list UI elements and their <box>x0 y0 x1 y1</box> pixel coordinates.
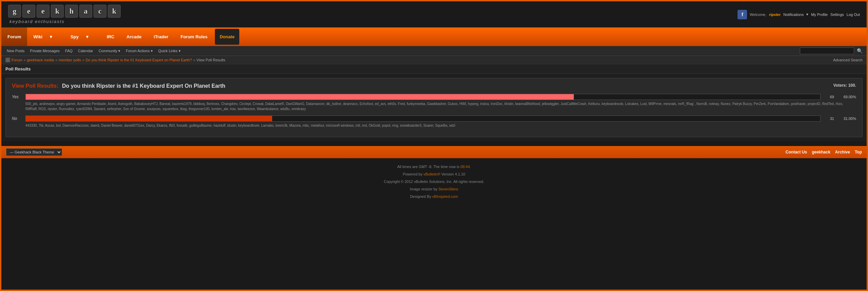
subnav-calendar[interactable]: Calendar <box>75 48 96 54</box>
logo-tile-k2: k <box>108 5 121 18</box>
bottom-links: Contact Us geekhack Archive Top <box>786 150 862 154</box>
footer-version: Version 4.1.10 <box>441 172 465 176</box>
footer-contact-us[interactable]: Contact Us <box>786 150 807 154</box>
notifications-link[interactable]: Notifications <box>783 13 804 17</box>
subnav-faq[interactable]: FAQ <box>62 48 75 54</box>
poll-box: Voters: 100. View Poll Results: Do you t… <box>5 78 863 137</box>
poll-bar-yes-container <box>25 94 821 100</box>
nav-donate[interactable]: Donate <box>215 29 239 45</box>
logo-subtitle: keyboard enthusiasts <box>9 19 65 24</box>
footer-powered: Powered by vBulletin® Version 4.1.10 <box>6 170 862 178</box>
logo-tile-k: k <box>51 5 64 18</box>
logout-link[interactable]: Log Out <box>847 13 860 17</box>
footer-designed-label: Designed By <box>410 194 431 199</box>
logo-tile-e2: e <box>37 5 49 18</box>
footer-copyright: Copyright © 2012 vBulletin Solutions, In… <box>6 178 862 185</box>
subnav-forum-actions[interactable]: Forum Actions ▾ <box>123 48 155 54</box>
poll-row-yes: Yes 69 69.00% 500_pts, andrewjov, angry … <box>12 94 856 111</box>
poll-title-text: Do you think Ripster is the #1 Keyboard … <box>62 83 225 89</box>
logo-tile-h: h <box>65 5 78 18</box>
poll-bar-yes <box>26 94 574 100</box>
poll-label-yes: Yes <box>12 95 22 99</box>
nav-spy[interactable]: Spy ▾ <box>64 27 101 46</box>
poll-percent-no: 31.00% <box>837 117 856 121</box>
logo-area: g e e k h a c k keyboard enthusiasts <box>8 5 121 24</box>
breadcrumb-member-polls[interactable]: member polls <box>59 58 81 62</box>
subnav-quick-links[interactable]: Quick Links ▾ <box>156 48 183 54</box>
main-nav: Forum Wiki ▾ Spy ▾ IRC Arcade iTrader Fo… <box>1 27 867 46</box>
username: ripster <box>769 13 781 17</box>
poll-voters-no: 443330, 7bt, Ascax, bol, DaemonRaccoon, … <box>25 123 856 128</box>
breadcrumb-sep1: » <box>24 58 26 62</box>
search-button[interactable]: 🔍 <box>855 47 864 54</box>
logo-tiles: g e e k h a c k <box>8 5 121 18</box>
bottom-bar: — Geekhack Black Theme Contact Us geekha… <box>1 146 867 158</box>
search-input[interactable] <box>800 47 854 54</box>
page-title: Poll Results <box>1 64 867 74</box>
footer-designed: Designed By vBInspired.com <box>6 193 862 200</box>
nav-wiki[interactable]: Wiki ▾ <box>27 27 64 46</box>
poll-option-no: No 31 31.00% <box>12 116 856 122</box>
wiki-arrow: ▾ <box>44 31 58 43</box>
footer-time-value: 08:44 <box>461 165 470 169</box>
sub-nav: New Posts Private Messages FAQ Calendar … <box>1 46 867 56</box>
voters-count: Voters: 100. <box>833 83 856 88</box>
theme-select-container: — Geekhack Black Theme <box>6 148 62 156</box>
advanced-search-link[interactable]: Advanced Search <box>833 58 863 62</box>
logo-tile-g: g <box>8 5 21 18</box>
nav-itrader[interactable]: iTrader <box>147 27 174 46</box>
logo-tile-a: a <box>79 5 92 18</box>
nav-irc[interactable]: IRC <box>101 27 120 46</box>
search-area: 🔍 <box>800 47 864 54</box>
site-header: g e e k h a c k keyboard enthusiasts f W… <box>1 1 867 27</box>
home-icon: ⌂ <box>5 58 10 62</box>
spy-arrow: ▾ <box>80 31 95 43</box>
nav-forum-rules[interactable]: Forum Rules <box>175 27 214 46</box>
poll-bar-no <box>26 116 272 121</box>
welcome-text: Welcome, <box>750 13 766 17</box>
facebook-icon[interactable]: f <box>738 10 747 19</box>
nav-arcade[interactable]: Arcade <box>120 27 147 46</box>
nav-forum[interactable]: Forum <box>1 27 27 46</box>
poll-bar-no-container <box>25 116 821 122</box>
footer-image-resizer: Image resizer by SevenSkins <box>6 185 862 193</box>
footer-geekhack[interactable]: geekhack <box>812 150 830 154</box>
poll-title-prefix: View Poll Results: <box>12 83 59 89</box>
breadcrumb-sep2: » <box>55 58 57 62</box>
subnav-private-messages[interactable]: Private Messages <box>27 48 62 54</box>
poll-voters-yes: 500_pts, andrewjov, angry gamer, Armando… <box>25 101 856 111</box>
settings-link[interactable]: Settings <box>830 13 844 17</box>
footer-vbinspired-link[interactable]: vBInspired.com <box>432 194 458 199</box>
breadcrumb-forum[interactable]: Forum <box>12 58 22 62</box>
subnav-community[interactable]: Community ▾ <box>96 48 123 54</box>
poll-row-no: No 31 31.00% 443330, 7bt, Ascax, bol, Da… <box>12 116 856 128</box>
my-profile-link[interactable]: My Profile <box>811 13 828 17</box>
footer-archive[interactable]: Archive <box>835 150 850 154</box>
footer-timezone: All times are GMT -8. The time now is <box>397 165 460 169</box>
breadcrumb-current: View Poll Results <box>197 58 225 62</box>
notifications-arrow: ▾ <box>806 12 808 17</box>
footer-image-resizer-label: Image resizer by <box>410 187 437 191</box>
content-area: Voters: 100. View Poll Results: Do you t… <box>1 74 867 141</box>
breadcrumb: ⌂ Forum » geekhack media » member polls … <box>1 56 867 64</box>
breadcrumb-geekhack-media[interactable]: geekhack media <box>27 58 54 62</box>
footer-vbulletin-link[interactable]: vBulletin® <box>424 172 441 176</box>
footer-seven-skins-link[interactable]: SevenSkins <box>439 187 458 191</box>
theme-select[interactable]: — Geekhack Black Theme <box>6 148 62 156</box>
poll-count-no: 31 <box>824 117 834 121</box>
subnav-new-posts[interactable]: New Posts <box>4 48 27 54</box>
poll-title: Voters: 100. View Poll Results: Do you t… <box>12 83 856 89</box>
footer-top[interactable]: Top <box>855 150 862 154</box>
breadcrumb-sep4: » <box>193 58 195 62</box>
header-right: f Welcome, ripster Notifications ▾ My Pr… <box>738 10 860 19</box>
footer-powered-label: Powered by <box>403 172 422 176</box>
poll-option-yes: Yes 69 69.00% <box>12 94 856 100</box>
poll-count-yes: 69 <box>824 95 834 99</box>
poll-percent-yes: 69.00% <box>837 95 856 99</box>
poll-label-no: No <box>12 116 22 121</box>
footer: All times are GMT -8. The time now is 08… <box>1 158 867 205</box>
footer-time: All times are GMT -8. The time now is 08… <box>6 163 862 170</box>
logo-tile-c: c <box>94 5 106 18</box>
breadcrumb-poll-link[interactable]: Do you think Ripster is the #1 Keyboard … <box>86 58 192 62</box>
breadcrumb-sep3: » <box>82 58 84 62</box>
